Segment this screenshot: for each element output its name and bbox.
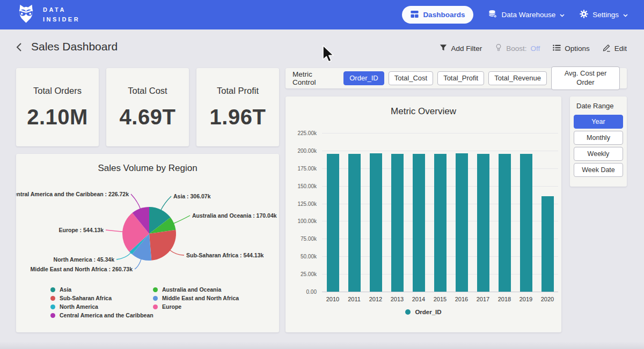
bar-chart-title: Metric Overview <box>286 106 561 117</box>
legend-label: Order_ID <box>415 309 441 315</box>
boost-toggle[interactable]: Boost: Off <box>495 43 540 54</box>
metric-button-total-cost[interactable]: Total_Cost <box>389 71 433 86</box>
gridline <box>322 151 558 151</box>
legend-label: Europe <box>162 303 181 310</box>
x-axis-tick-label: 2011 <box>343 296 365 302</box>
owl-logo-icon <box>16 3 36 26</box>
x-axis-tick-label: 2013 <box>386 296 408 302</box>
date-button-week-date[interactable]: Week Date <box>574 163 623 177</box>
back-button[interactable] <box>15 41 23 55</box>
legend-label: Central America and the Caribbean <box>60 312 153 318</box>
x-axis-tick-label: 2018 <box>494 296 515 302</box>
brand-line2: INSIDER <box>43 15 80 24</box>
pie-label-central-america-and-the-caribbean: Central America and the Caribbean : 226.… <box>16 191 129 197</box>
pie-legend-item-central-america-and-the-caribbean[interactable]: Central America and the Caribbean <box>50 311 153 320</box>
top-navbar: DATA INSIDER Dashboards <box>0 0 644 29</box>
y-axis-tick-label: 200.00k <box>289 148 317 154</box>
legend-dot <box>153 287 158 292</box>
metric-button-avg-cost-per-order[interactable]: Avg. Cost per Order <box>551 66 620 90</box>
y-axis-tick-label: 150.00k <box>289 183 317 189</box>
legend-dot <box>50 287 55 292</box>
y-axis-tick-label: 25.00k <box>289 271 317 277</box>
pie-slice-sub-saharan-africa[interactable] <box>149 230 176 261</box>
kpi-card-total-orders: Total Orders 2.10M <box>16 68 99 146</box>
filter-funnel-icon <box>440 44 447 53</box>
pie-leader-line <box>106 230 123 232</box>
bar-2019[interactable] <box>520 154 532 292</box>
legend-label: Australia and Oceania <box>162 286 221 293</box>
legend-dot <box>50 305 55 309</box>
nav-data-warehouse-button[interactable]: Data Warehouse <box>488 10 565 20</box>
x-axis-tick-label: 2016 <box>451 296 472 302</box>
add-filter-button[interactable]: Add Filter <box>440 44 482 53</box>
bar-2011[interactable] <box>348 154 361 292</box>
nav-data-warehouse-label: Data Warehouse <box>501 11 555 19</box>
pie-leader-line <box>161 196 171 210</box>
dashboard-grid-icon <box>411 10 419 20</box>
bar-2013[interactable] <box>391 154 404 292</box>
bar-2014[interactable] <box>413 154 425 292</box>
legend-label: Asia <box>60 286 71 293</box>
x-axis-tick-label: 2015 <box>429 296 451 302</box>
x-axis-tick-label: 2014 <box>408 296 429 302</box>
metric-overview-panel: Metric Overview 0.0025.00k50.00k75.00k10… <box>286 96 561 332</box>
metric-button-order-id[interactable]: Order_ID <box>343 71 384 86</box>
pie-legend-item-asia[interactable]: Asia <box>50 285 153 294</box>
pie-leader-line <box>173 216 190 224</box>
pie-label-europe: Europe : 544.13k <box>59 227 104 233</box>
pie-legend-item-north-america[interactable]: North America <box>50 302 153 311</box>
nav-settings-button[interactable]: Settings <box>580 10 628 20</box>
y-axis-tick-label: 100.00k <box>289 218 317 224</box>
gridline <box>322 133 558 133</box>
nav-dashboards-button[interactable]: Dashboards <box>402 6 473 24</box>
page-header: Sales Dashboard Add Filter Boost: Off <box>0 29 644 63</box>
pie-label-sub-saharan-africa: Sub-Saharan Africa : 544.13k <box>186 252 264 258</box>
chevron-left-icon <box>16 46 22 54</box>
pie-legend-item-australia-and-oceania[interactable]: Australia and Oceania <box>153 285 239 294</box>
bar-chart-legend[interactable]: Order_ID <box>286 309 561 315</box>
database-icon <box>488 10 497 20</box>
pie-label-north-america: North America : 45.34k <box>54 256 115 263</box>
bar-2016[interactable] <box>456 153 468 292</box>
kpi-card-total-profit: Total Profit 1.96T <box>196 68 279 146</box>
kpi-value: 1.96T <box>210 105 266 129</box>
pie-legend-item-middle-east-and-north-africa[interactable]: Middle East and North Africa <box>153 294 239 302</box>
pie-leader-line <box>170 250 184 255</box>
x-axis-tick-label: 2017 <box>472 296 494 302</box>
date-button-weekly[interactable]: Weekly <box>574 147 623 161</box>
options-button[interactable]: Options <box>553 44 590 53</box>
pie-label-australia-and-oceania: Australia and Oceania : 170.04k <box>192 212 277 219</box>
brand-line1: DATA <box>43 5 80 14</box>
x-axis-tick-label: 2012 <box>365 296 386 302</box>
edit-button[interactable]: Edit <box>603 43 627 54</box>
pie-label-asia: Asia : 306.07k <box>173 193 211 199</box>
pie-leader-line <box>131 194 141 209</box>
date-button-monthly[interactable]: Monthly <box>574 131 623 145</box>
kpi-value: 4.69T <box>120 105 176 129</box>
legend-dot <box>153 305 158 309</box>
pie-legend-item-sub-saharan-africa[interactable]: Sub-Saharan Africa <box>50 294 153 302</box>
nav-settings-label: Settings <box>592 11 619 19</box>
chevron-down-icon <box>623 11 628 19</box>
bar-2020[interactable] <box>541 196 554 292</box>
y-axis-tick-label: 225.00k <box>289 130 317 136</box>
boost-label: Boost: <box>506 44 526 53</box>
bar-2010[interactable] <box>327 154 339 292</box>
bar-2017[interactable] <box>477 154 489 292</box>
page-title: Sales Dashboard <box>31 40 118 53</box>
y-axis-tick-label: 75.00k <box>289 236 317 242</box>
metric-button-total-revenue[interactable]: Total_Revenue <box>488 71 547 86</box>
legend-dot <box>153 296 158 301</box>
bar-2012[interactable] <box>370 153 382 292</box>
date-range-panel: Date Range Year Monthly Weekly Week Date <box>570 96 627 187</box>
kpi-label: Total Profit <box>217 86 259 96</box>
nav-dashboards-label: Dashboards <box>423 11 465 19</box>
date-button-year[interactable]: Year <box>574 115 623 129</box>
metric-control-label: Metric Control <box>292 70 334 86</box>
x-axis-tick-label: 2019 <box>515 296 537 302</box>
metric-button-total-profit[interactable]: Total_Profit <box>437 71 484 86</box>
bar-2015[interactable] <box>434 154 447 292</box>
bar-2018[interactable] <box>499 154 511 292</box>
boost-state: Off <box>530 44 540 53</box>
pie-legend-item-europe[interactable]: Europe <box>153 302 239 311</box>
